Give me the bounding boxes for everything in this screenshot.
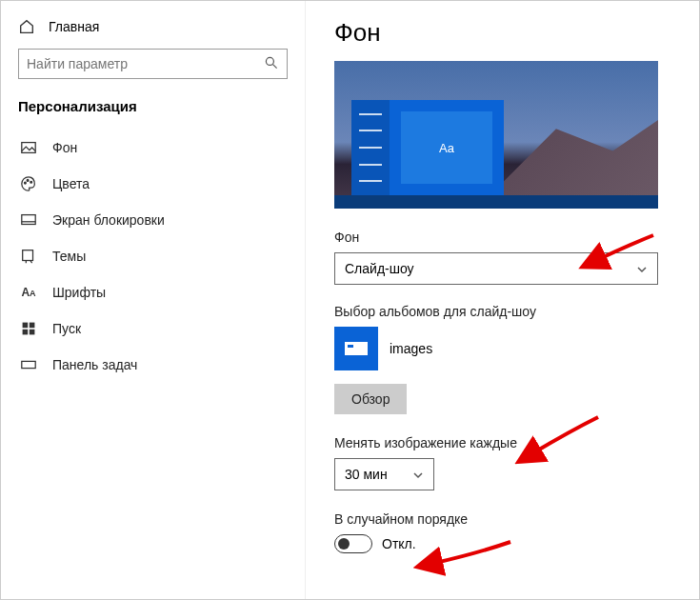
- nav-home[interactable]: Главная: [18, 18, 288, 35]
- background-dropdown-value: Слайд-шоу: [345, 261, 414, 276]
- svg-point-0: [266, 57, 273, 65]
- sidebar-item-label: Панель задач: [52, 357, 137, 372]
- interval-value: 30 мин: [345, 467, 388, 482]
- album-label: Выбор альбомов для слайд-шоу: [334, 304, 670, 319]
- background-preview: Aa: [334, 61, 658, 209]
- picture-icon: [20, 139, 37, 156]
- svg-point-5: [30, 181, 32, 183]
- svg-rect-2: [22, 143, 35, 153]
- svg-rect-8: [23, 250, 33, 261]
- interval-label: Менять изображение каждые: [334, 435, 670, 450]
- album-row[interactable]: images: [334, 327, 670, 370]
- svg-rect-13: [22, 361, 35, 368]
- sidebar-item-label: Цвета: [52, 176, 90, 191]
- palette-icon: [20, 175, 37, 192]
- sidebar-section-title: Персонализация: [18, 98, 288, 114]
- sidebar-item-colors[interactable]: Цвета: [18, 166, 288, 202]
- svg-rect-10: [30, 323, 35, 329]
- svg-rect-12: [30, 330, 35, 335]
- shuffle-label: В случайном порядке: [334, 511, 670, 527]
- sidebar-item-label: Темы: [52, 249, 86, 264]
- sidebar-item-label: Экран блокировки: [52, 212, 165, 228]
- background-dropdown[interactable]: Слайд-шоу: [334, 252, 658, 285]
- start-icon: [20, 320, 37, 337]
- fonts-icon: AA: [20, 284, 37, 301]
- album-name: images: [390, 341, 432, 356]
- search-field[interactable]: [27, 56, 264, 71]
- sidebar-item-taskbar[interactable]: Панель задач: [18, 347, 288, 383]
- shuffle-toggle[interactable]: [334, 534, 372, 553]
- svg-line-1: [273, 64, 277, 68]
- nav-home-label: Главная: [49, 19, 99, 34]
- themes-icon: [20, 248, 37, 265]
- main-panel: Фон Aa Фон Слайд-шоу Выбор альбомов для …: [306, 1, 699, 599]
- page-title: Фон: [334, 18, 670, 48]
- svg-rect-9: [23, 323, 29, 329]
- sidebar-item-background[interactable]: Фон: [18, 130, 288, 166]
- svg-rect-6: [22, 215, 35, 225]
- sidebar-item-themes[interactable]: Темы: [18, 238, 288, 274]
- sidebar-item-label: Шрифты: [52, 285, 106, 300]
- search-icon: [264, 55, 279, 73]
- lockscreen-icon: [20, 211, 37, 229]
- sidebar-item-fonts[interactable]: AA Шрифты: [18, 274, 288, 310]
- search-input[interactable]: [18, 49, 288, 79]
- interval-dropdown[interactable]: 30 мин: [334, 458, 434, 490]
- svg-point-4: [27, 180, 29, 182]
- taskbar-icon: [20, 356, 37, 373]
- home-icon: [18, 18, 35, 35]
- sidebar-item-lockscreen[interactable]: Экран блокировки: [18, 202, 288, 238]
- chevron-down-icon: [636, 263, 648, 274]
- chevron-down-icon: [412, 469, 424, 480]
- sidebar-item-start[interactable]: Пуск: [18, 310, 288, 347]
- svg-point-3: [25, 182, 27, 184]
- sidebar-item-label: Фон: [52, 140, 77, 155]
- preview-taskbar: [334, 195, 658, 209]
- sidebar: Главная Персонализация Фон: [1, 1, 306, 599]
- preview-tile: Aa: [401, 111, 492, 184]
- background-label: Фон: [334, 230, 670, 245]
- svg-rect-11: [23, 330, 29, 335]
- toggle-knob: [338, 538, 350, 550]
- browse-button[interactable]: Обзор: [334, 384, 407, 414]
- preview-start-menu: Aa: [351, 100, 504, 195]
- sidebar-item-label: Пуск: [52, 321, 81, 336]
- shuffle-state: Откл.: [382, 536, 416, 551]
- album-thumbnail: [334, 327, 378, 370]
